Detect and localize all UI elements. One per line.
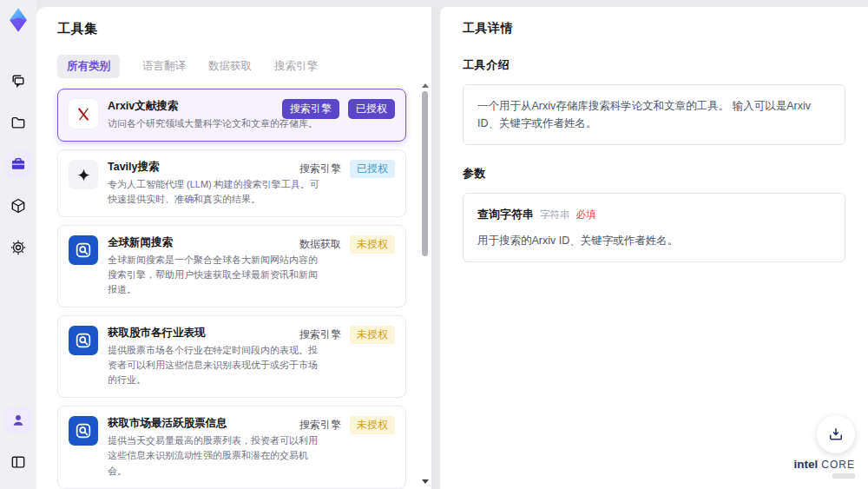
list-scrollbar[interactable]: [421, 83, 429, 484]
search-icon: [69, 326, 98, 355]
tool-card[interactable]: Tavily搜索 专为人工智能代理 (LLM) 构建的搜索引擎工具。可快速提供实…: [57, 149, 406, 217]
param-required-badge: 必填: [576, 207, 596, 222]
tool-description: 提供股票市场各个行业在特定时间段内的表现。投资者可以利用这些信息来识别表现优于或…: [108, 343, 326, 387]
sidebar-toggle-icon[interactable]: [5, 449, 31, 475]
tool-status-badge: 已授权: [348, 99, 395, 119]
param-name: 查询字符串: [477, 206, 534, 224]
intro-heading: 工具介绍: [463, 57, 845, 73]
settings-gear-icon[interactable]: [5, 235, 31, 261]
tab-所有类别[interactable]: 所有类别: [57, 55, 120, 78]
brand-core-text: CORE: [821, 459, 855, 471]
briefcase-icon[interactable]: [5, 151, 31, 177]
param-type: 字符串: [540, 207, 570, 222]
icon-rail: [0, 0, 36, 489]
tool-meta: 数据获取 未授权: [299, 235, 395, 254]
tool-meta: 搜索引擎 未授权: [299, 326, 395, 344]
chat-icon[interactable]: [5, 68, 31, 94]
tool-category-label: 搜索引擎: [282, 99, 339, 119]
tool-meta: 搜索引擎 已授权: [299, 160, 395, 178]
intro-box: 一个用于从Arxiv存储库搜索科学论文和文章的工具。 输入可以是Arxiv ID…: [463, 84, 845, 145]
cube-icon[interactable]: [5, 193, 31, 219]
tab-数据获取[interactable]: 数据获取: [208, 55, 252, 78]
tool-card[interactable]: 获取股市各行业表现 提供股票市场各个行业在特定时间段内的表现。投资者可以利用这些…: [57, 315, 406, 398]
scroll-down-icon[interactable]: [422, 479, 429, 484]
tab-语言翻译[interactable]: 语言翻译: [142, 55, 186, 78]
folder-icon[interactable]: [5, 109, 31, 135]
tool-category-label: 搜索引擎: [299, 162, 341, 176]
detail-title: 工具详情: [463, 21, 845, 36]
tool-category-label: 搜索引擎: [299, 327, 341, 342]
param-description: 用于搜索的Arxiv ID、关键字或作者姓名。: [477, 232, 831, 249]
download-button[interactable]: [817, 415, 855, 453]
intel-core-logo: intel CORE: [794, 459, 855, 479]
tool-description: 全球新闻搜索是一个聚合全球各大新闻网站内容的搜索引擎，帮助用户快速获取全球最新资…: [108, 253, 326, 297]
tool-category-label: 数据获取: [299, 237, 341, 252]
arxiv-icon: [69, 99, 98, 129]
param-header: 查询字符串 字符串 必填: [477, 206, 831, 224]
tool-category-label: 搜索引擎: [299, 418, 341, 433]
app-window: 工具集 所有类别语言翻译数据获取搜索引擎 Arxiv文献搜索 访问各个研究领域大…: [0, 0, 868, 489]
tool-description: 提供当天交易量最高的股票列表，投资者可以利用这些信息来识别流动性强的股票和潜在的…: [108, 433, 326, 478]
category-tabs: 所有类别语言翻译数据获取搜索引擎: [57, 55, 417, 78]
tool-meta: 搜索引擎 已授权: [282, 99, 395, 119]
brand-intel-text: intel: [794, 459, 819, 472]
brand-sub-mark: [832, 473, 855, 479]
page-title: 工具集: [57, 21, 417, 37]
intro-text: 一个用于从Arxiv存储库搜索科学论文和文章的工具。 输入可以是Arxiv ID…: [477, 100, 811, 129]
main-area: 工具集 所有类别语言翻译数据获取搜索引擎 Arxiv文献搜索 访问各个研究领域大…: [36, 0, 868, 489]
app-logo-icon: [5, 7, 31, 33]
tool-status-badge: 未授权: [350, 326, 395, 344]
tool-card[interactable]: 全球新闻搜索 全球新闻搜索是一个聚合全球各大新闻网站内容的搜索引擎，帮助用户快速…: [57, 225, 406, 307]
tool-list: Arxiv文献搜索 访问各个研究领域大量科学论文和文章的存储库。 搜索引擎 已授…: [57, 89, 417, 489]
user-profile-icon[interactable]: [5, 407, 31, 433]
tool-detail-panel: 工具详情 工具介绍 一个用于从Arxiv存储库搜索科学论文和文章的工具。 输入可…: [440, 7, 868, 489]
param-box: 查询字符串 字符串 必填 用于搜索的Arxiv ID、关键字或作者姓名。: [463, 193, 845, 262]
tool-meta: 搜索引擎 未授权: [299, 416, 395, 434]
tool-card[interactable]: 获取市场最活跃股票信息 提供当天交易量最高的股票列表，投资者可以利用这些信息来识…: [57, 406, 406, 488]
tool-description: 专为人工智能代理 (LLM) 构建的搜索引擎工具。可快速提供实时、准确和真实的结…: [108, 177, 326, 207]
tool-status-badge: 未授权: [350, 416, 395, 434]
scroll-up-icon[interactable]: [422, 83, 429, 88]
star-icon: [69, 160, 98, 189]
search-icon: [69, 235, 98, 265]
tool-status-badge: 未授权: [350, 235, 395, 254]
search-icon: [69, 416, 98, 446]
params-heading: 参数: [463, 166, 845, 182]
scrollbar-thumb[interactable]: [422, 91, 428, 256]
tab-搜索引擎[interactable]: 搜索引擎: [274, 55, 318, 78]
tool-status-badge: 已授权: [350, 160, 395, 178]
tool-card[interactable]: Arxiv文献搜索 访问各个研究领域大量科学论文和文章的存储库。 搜索引擎 已授…: [57, 89, 406, 142]
tool-list-panel: 工具集 所有类别语言翻译数据获取搜索引擎 Arxiv文献搜索 访问各个研究领域大…: [36, 7, 431, 489]
